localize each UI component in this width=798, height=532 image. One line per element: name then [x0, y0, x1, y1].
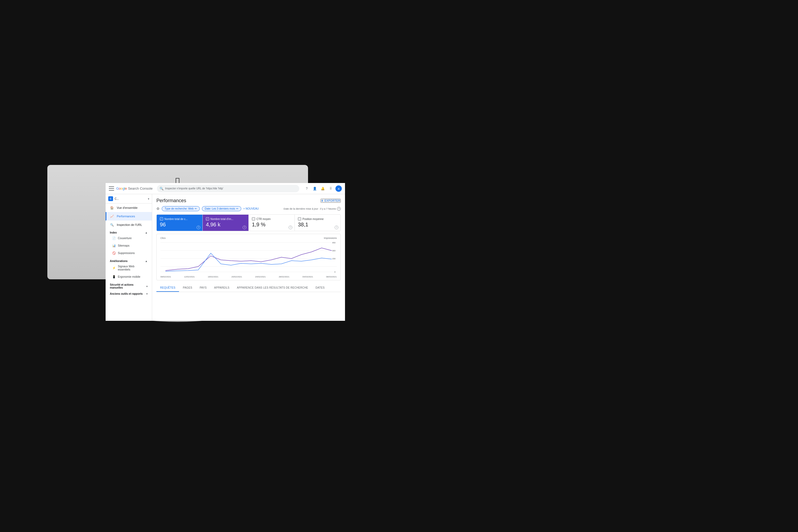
metric-clics-label: Nombre total de c...	[165, 217, 188, 221]
svg-text:0: 0	[334, 271, 336, 273]
ergonomie-label: Ergonomie mobile	[118, 275, 140, 278]
search-icon: 🔍	[159, 187, 164, 190]
new-filter-button[interactable]: + NOUVEAU	[243, 207, 259, 210]
ergonomie-icon: 📱	[112, 275, 116, 279]
metric-ctr-label: CTR moyen	[256, 217, 270, 221]
tab-pages[interactable]: PAGES	[179, 284, 196, 292]
filter-chip-search-type[interactable]: Type de recherche: Web ✏	[162, 206, 200, 211]
search-console-logo-text: Search Console	[128, 187, 153, 190]
url-search-bar[interactable]: 🔍 Inspecter n'importe quelle URL de 'htt…	[157, 185, 299, 192]
property-selector[interactable]: C C... ▾	[106, 194, 152, 204]
metric-impressions-label: Nombre total d'im...	[210, 217, 233, 221]
sidebar-section-anciens: Anciens outils et rapports ▾	[106, 290, 152, 296]
sidebar-item-signaux-web[interactable]: ⚡ Signaux Web essentiels	[110, 263, 148, 273]
tab-apparence[interactable]: APPARENCE DANS LES RÉSULTATS DE RECHERCH…	[233, 284, 312, 292]
xaxis-label-2: 16/02/2021	[208, 276, 218, 278]
date-info-icon[interactable]: ?	[337, 207, 341, 211]
metric-ctr-info-icon[interactable]: ?	[289, 226, 292, 229]
metric-position-info-icon[interactable]: ?	[335, 226, 338, 229]
property-name: C...	[115, 197, 146, 200]
index-arrow-icon: ▲	[145, 231, 148, 234]
metric-clics-checkbox[interactable]: ✓	[160, 217, 163, 221]
hamburger-icon[interactable]	[109, 187, 114, 191]
metric-impressions-info-icon[interactable]: ?	[243, 226, 246, 229]
metric-clics-info-icon[interactable]: ?	[196, 226, 200, 229]
xaxis-label-1: 12/02/2021	[184, 276, 195, 278]
filter-bar: ⚙ Type de recherche: Web ✏ Date: Les 3 d…	[156, 206, 341, 211]
sidebar-item-couverture[interactable]: 📄 Couverture	[110, 234, 148, 242]
tab-requetes-label: REQUÊTES	[160, 286, 175, 289]
bell-icon[interactable]: 🔔	[320, 185, 326, 192]
tab-requetes[interactable]: REQUÊTES	[156, 284, 179, 292]
tab-appareils[interactable]: APPAREILS	[210, 284, 233, 292]
chart-y-right-label: Impressions	[324, 237, 337, 240]
metric-clics-value: 96	[160, 222, 199, 228]
export-button[interactable]: ⬇ EXPORTER	[321, 199, 341, 203]
xaxis-label-3: 20/02/2021	[231, 276, 242, 278]
gsc-header: Google Search Console 🔍 Inspecter n'impo…	[106, 183, 345, 194]
sidebar-item-ergonomie[interactable]: 📱 Ergonomie mobile	[110, 273, 148, 280]
metric-card-clics[interactable]: ✓ Nombre total de c... 96 ?	[157, 215, 203, 231]
metric-impressions-checkbox[interactable]: ✓	[206, 217, 209, 221]
tab-apparence-label: APPARENCE DANS LES RÉSULTATS DE RECHERCH…	[237, 286, 308, 289]
metric-position-checkbox[interactable]: □	[298, 217, 301, 221]
metric-position-header: □ Position moyenne	[298, 217, 337, 221]
metric-card-ctr[interactable]: □ CTR moyen 1,9 % ?	[249, 215, 295, 231]
filter-chip-date-label: Date: Les 3 derniers mois	[205, 207, 235, 210]
metric-card-impressions[interactable]: ✓ Nombre total d'im... 4,96 k ?	[203, 215, 249, 231]
tab-dates[interactable]: DATES	[312, 284, 328, 292]
ameliorations-section-header[interactable]: Améliorations ▲	[110, 260, 148, 263]
performance-chart: 450 300 150 0	[160, 240, 337, 274]
metrics-row: ✓ Nombre total de c... 96 ? ✓ Nombre tot…	[156, 214, 341, 231]
securite-section-header[interactable]: Sécurité et actions manuelles ▾	[110, 283, 148, 289]
people-icon[interactable]: 👤	[311, 185, 318, 192]
sidebar-item-suppressions[interactable]: 🚫 Suppressions	[110, 249, 148, 256]
suppressions-icon: 🚫	[112, 251, 116, 255]
avatar[interactable]: a	[336, 185, 342, 192]
tab-pages-label: PAGES	[183, 286, 192, 289]
export-icon: ⬇	[321, 199, 323, 202]
gsc-body: C C... ▾ 🏠 Vue d'ensemble 📈 Performances…	[106, 194, 345, 321]
export-label: EXPORTER	[324, 199, 340, 202]
property-dropdown-icon[interactable]: ▾	[148, 197, 149, 200]
filter-date-info-text: Date de la dernière mise à jour : il y a…	[284, 207, 336, 210]
metric-position-label: Position moyenne	[302, 217, 324, 221]
chart-xaxis: 08/02/2021 12/02/2021 16/02/2021 20/02/2…	[160, 276, 337, 278]
anciens-section-header[interactable]: Anciens outils et rapports ▾	[110, 292, 148, 295]
filter-chip-search-type-label: Type de recherche: Web	[165, 207, 194, 210]
sidebar-item-url-inspection[interactable]: 🔍 Inspection de l'URL	[106, 221, 152, 229]
metric-position-value: 38,1	[298, 222, 337, 228]
metric-clics-header: ✓ Nombre total de c...	[160, 217, 199, 221]
svg-text:150: 150	[332, 258, 336, 260]
sitemaps-icon: 📊	[112, 244, 116, 247]
help-icon[interactable]: ?	[304, 185, 310, 192]
sidebar-item-overview[interactable]: 🏠 Vue d'ensemble	[106, 204, 152, 212]
xaxis-label-0: 08/02/2021	[160, 276, 171, 278]
couverture-label: Couverture	[118, 236, 132, 240]
xaxis-label-7: 08/03/2021	[326, 276, 337, 278]
metric-ctr-checkbox[interactable]: □	[252, 217, 255, 221]
search-input-placeholder: Inspecter n'importe quelle URL de 'https…	[165, 187, 224, 190]
chart-container: Clics Impressions 450	[156, 234, 341, 280]
index-section-header[interactable]: Index ▲	[110, 231, 148, 234]
sidebar-section-securite: Sécurité et actions manuelles ▾	[106, 281, 152, 290]
sidebar-item-performances[interactable]: 📈 Performances	[106, 212, 152, 221]
header-icons: ? 👤 🔔 ⠿ a	[304, 185, 342, 192]
chart-svg-wrapper: 450 300 150 0	[160, 240, 337, 274]
filter-icon: ⚙	[156, 207, 159, 211]
tab-pays[interactable]: PAYS	[196, 284, 210, 292]
signaux-web-icon: ⚡	[112, 266, 116, 270]
signaux-web-label: Signaux Web essentiels	[118, 265, 146, 271]
sidebar-item-sitemaps[interactable]: 📊 Sitemaps	[110, 242, 148, 249]
sidebar-section-index: Index ▲ 📄 Couverture 📊 Sitemaps 🚫 Suppre…	[106, 229, 152, 258]
metric-ctr-value: 1,9 %	[252, 222, 291, 228]
metric-ctr-header: □ CTR moyen	[252, 217, 291, 221]
sidebar-overview-label: Vue d'ensemble	[117, 206, 137, 209]
google-logo-text: Google	[116, 187, 127, 190]
home-icon: 🏠	[110, 206, 114, 210]
chart-y-left-label: Clics	[160, 237, 166, 240]
metric-card-position[interactable]: □ Position moyenne 38,1 ?	[295, 215, 341, 231]
filter-chip-date[interactable]: Date: Les 3 derniers mois ✏	[202, 206, 241, 211]
sidebar-url-label: Inspection de l'URL	[117, 223, 142, 226]
apps-icon[interactable]: ⠿	[327, 185, 334, 192]
